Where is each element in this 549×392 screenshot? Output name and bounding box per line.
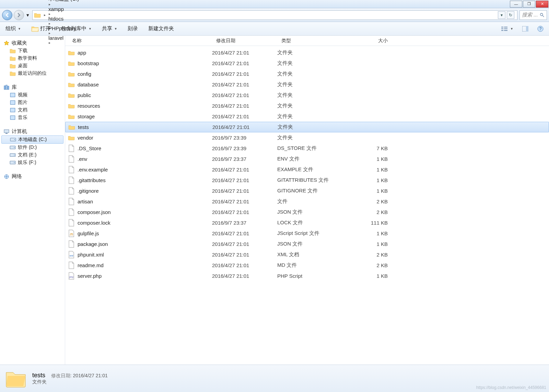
breadcrumb-root-arrow[interactable]: ▸ (42, 13, 47, 17)
file-icon: JS (68, 230, 75, 237)
include-library-button[interactable]: 包含到库中▼ (59, 24, 94, 33)
folder-icon (68, 82, 75, 88)
file-size: 1 KB (349, 156, 390, 162)
file-date: 2016/4/27 21:01 (212, 103, 277, 109)
organize-button[interactable]: 组织▼ (3, 24, 23, 33)
breadcrumb-segment[interactable]: htdocs (47, 16, 80, 22)
col-type[interactable]: 类型 (278, 38, 350, 44)
sidebar-item[interactable]: 最近访问的位 (1, 70, 63, 77)
file-row[interactable]: storage2016/4/27 21:01文件夹 (65, 111, 549, 122)
sidebar-item[interactable]: 教学资料 (1, 55, 63, 62)
file-row[interactable]: composer.json2016/4/27 21:01JSON 文件2 KB (65, 207, 549, 217)
search-input[interactable]: 搜索 ... (519, 10, 547, 20)
file-icon (68, 262, 75, 269)
network-icon (3, 174, 10, 179)
sidebar-libraries[interactable]: 库 (1, 83, 63, 91)
search-placeholder: 搜索 ... (522, 12, 538, 18)
sidebar-item[interactable]: 文档 (E:) (1, 151, 63, 159)
file-row[interactable]: tests2016/4/27 21:01文件夹 (65, 122, 549, 132)
file-name: database (78, 82, 212, 87)
sidebar-item[interactable]: 娱乐 (F:) (1, 159, 63, 166)
view-options-button[interactable]: ▼ (499, 25, 515, 33)
sidebar-item[interactable]: 图片 (1, 99, 63, 106)
file-type: 文件夹 (277, 49, 349, 56)
sidebar-item[interactable]: 视频 (1, 91, 63, 99)
file-name: gulpfile.js (78, 230, 212, 236)
file-date: 2016/4/27 21:01 (212, 50, 277, 56)
burn-button[interactable]: 刻录 (126, 24, 140, 33)
file-row[interactable]: app2016/4/27 21:01文件夹 (65, 47, 549, 58)
preview-pane-button[interactable] (520, 25, 530, 33)
file-row[interactable]: .gitignore2016/4/27 21:01GITIGNORE 文件1 K… (65, 186, 549, 196)
library-item-icon (10, 115, 16, 120)
file-type: MD 文件 (277, 262, 349, 269)
folder-icon (68, 124, 75, 130)
titlebar: — ❐ ✕ (0, 0, 549, 8)
nav-history-dropdown[interactable]: ▾ (25, 10, 30, 20)
file-type: JSON 文件 (277, 209, 349, 215)
maximize-button[interactable]: ❐ (523, 1, 535, 8)
sidebar-item[interactable]: 文档 (1, 106, 63, 114)
file-row[interactable]: artisan2016/4/27 21:01文件2 KB (65, 196, 549, 207)
path-dropdown-button[interactable]: ▾ (498, 11, 505, 19)
toolbar: 组织▼ 打开 包含到库中▼ 共享▼ 刻录 新建文件夹 ▼ ? (0, 22, 549, 36)
sidebar-computer[interactable]: 计算机 (1, 128, 63, 135)
open-button[interactable]: 打开 (29, 24, 52, 33)
file-row[interactable]: readme.md2016/4/27 21:01MD 文件2 KB (65, 260, 549, 271)
file-row[interactable]: .env.example2016/4/27 21:01EXAMPLE 文件1 K… (65, 164, 549, 175)
file-icon (68, 188, 75, 194)
file-row[interactable]: xmlphpunit.xml2016/4/27 21:01XML 文档2 KB (65, 249, 549, 260)
sidebar-network[interactable]: 网络 (1, 173, 63, 180)
file-row[interactable]: vendor2016/9/7 23:39文件夹 (65, 132, 549, 143)
file-type: GITIGNORE 文件 (277, 188, 349, 194)
sidebar-item[interactable]: 软件 (D:) (1, 144, 63, 151)
file-row[interactable]: .env2016/9/7 23:37ENV 文件1 KB (65, 154, 549, 164)
sidebar-item[interactable]: 音乐 (1, 114, 63, 121)
breadcrumb-bar[interactable]: ▸ 计算机▸本地磁盘 (C:)▸xampp▸htdocs▸PHPprimary▸… (32, 10, 517, 20)
file-row[interactable]: phpserver.php2016/4/27 21:01PHP Script1 … (65, 271, 549, 281)
file-type: PHP Script (277, 273, 349, 279)
file-date: 2016/4/27 21:01 (212, 230, 277, 236)
file-row[interactable]: .DS_Store2016/9/7 23:39DS_STORE 文件7 KB (65, 143, 549, 154)
sidebar-item[interactable]: 下载 (1, 47, 63, 55)
file-row[interactable]: JSgulpfile.js2016/4/27 21:01JScript Scri… (65, 228, 549, 239)
file-row[interactable]: bootstrap2016/4/27 21:01文件夹 (65, 58, 549, 69)
sidebar-item[interactable]: 桌面 (1, 62, 63, 70)
file-row[interactable]: resources2016/4/27 21:01文件夹 (65, 100, 549, 111)
file-row[interactable]: .gitattributes2016/4/27 21:01GITATTRIBUT… (65, 175, 549, 186)
file-date: 2016/4/27 21:01 (212, 273, 277, 279)
file-date: 2016/4/27 21:01 (212, 167, 277, 173)
file-date: 2016/4/27 21:01 (212, 60, 277, 66)
file-row[interactable]: composer.lock2016/9/7 23:37LOCK 文件111 KB (65, 217, 549, 228)
sidebar-item[interactable]: 本地磁盘 (C:) (1, 135, 63, 144)
help-button[interactable]: ? (535, 24, 546, 33)
forward-button[interactable] (14, 10, 24, 20)
col-name[interactable]: 名称 (65, 38, 213, 44)
new-folder-button[interactable]: 新建文件夹 (146, 24, 176, 33)
close-button[interactable]: ✕ (536, 1, 548, 8)
drive-icon (10, 145, 16, 150)
share-button[interactable]: 共享▼ (100, 24, 119, 33)
breadcrumb-segment[interactable]: 本地磁盘 (C:) (47, 0, 80, 2)
file-type: EXAMPLE 文件 (277, 166, 349, 173)
minimize-button[interactable]: — (510, 1, 522, 8)
svg-point-22 (14, 139, 15, 140)
file-icon (68, 167, 75, 173)
svg-rect-18 (10, 116, 15, 119)
file-row[interactable]: config2016/4/27 21:01文件夹 (65, 69, 549, 79)
refresh-button[interactable]: ↻ (507, 11, 514, 19)
col-size[interactable]: 大小 (350, 38, 391, 44)
file-row[interactable]: package.json2016/4/27 21:01JSON 文件1 KB (65, 239, 549, 249)
col-date[interactable]: 修改日期 (213, 38, 278, 44)
breadcrumb-arrow[interactable]: ▸ (47, 12, 52, 16)
sidebar-favorites[interactable]: 收藏夹 (1, 39, 63, 47)
file-type: 文件夹 (277, 92, 349, 98)
svg-rect-17 (10, 108, 15, 112)
breadcrumb-segment[interactable]: xampp (47, 6, 80, 12)
breadcrumb-arrow[interactable]: ▸ (47, 2, 52, 6)
file-row[interactable]: public2016/4/27 21:01文件夹 (65, 90, 549, 100)
file-name: .env.example (78, 167, 212, 173)
file-row[interactable]: database2016/4/27 21:01文件夹 (65, 79, 549, 90)
svg-point-28 (14, 162, 14, 163)
back-button[interactable] (2, 10, 12, 20)
